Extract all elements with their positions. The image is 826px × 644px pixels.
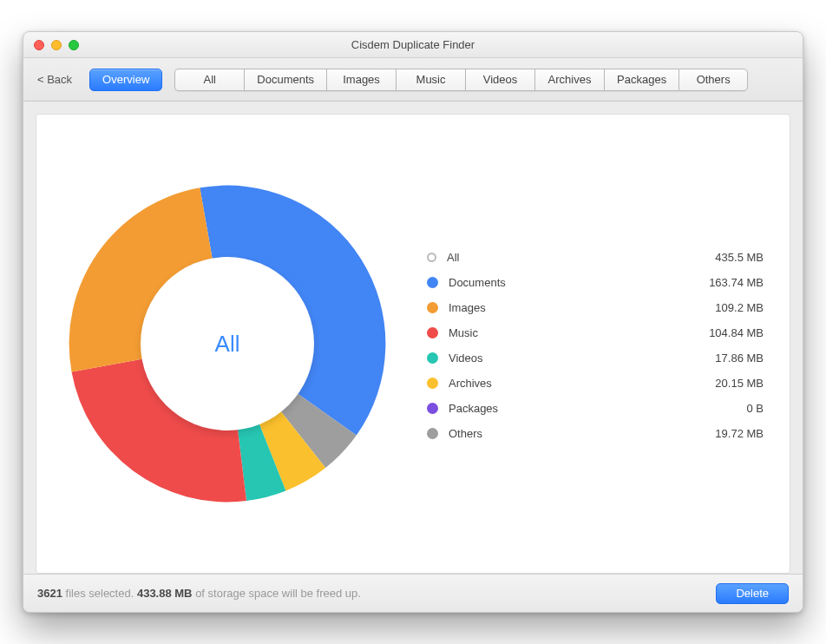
content-area: All All435.5 MBDocuments163.74 MBImages1…	[36, 114, 790, 574]
legend-label: All	[447, 251, 675, 264]
legend-value: 17.86 MB	[685, 352, 764, 365]
delete-button[interactable]: Delete	[716, 583, 789, 604]
legend-value: 0 B	[685, 402, 764, 415]
legend-row[interactable]: Archives20.15 MB	[427, 377, 764, 390]
legend-swatch	[427, 302, 438, 313]
tab-packages[interactable]: Packages	[604, 69, 678, 91]
freed-size: 433.88 MB	[137, 587, 193, 600]
tab-images[interactable]: Images	[326, 69, 396, 91]
titlebar: Cisdem Duplicate Finder	[23, 32, 803, 58]
legend-row[interactable]: Documents163.74 MB	[427, 276, 764, 289]
tab-others[interactable]: Others	[678, 69, 748, 91]
legend-value: 104.84 MB	[685, 326, 764, 339]
legend: All435.5 MBDocuments163.74 MBImages109.2…	[427, 247, 764, 440]
legend-label: Packages	[449, 402, 675, 415]
tab-overview[interactable]: Overview	[89, 69, 162, 91]
legend-row[interactable]: Videos17.86 MB	[427, 352, 764, 365]
legend-swatch	[427, 428, 438, 439]
tab-documents[interactable]: Documents	[244, 69, 326, 91]
legend-swatch	[427, 352, 438, 364]
status-text: 3621 files selected. 433.88 MB of storag…	[37, 587, 361, 600]
legend-value: 19.72 MB	[685, 427, 764, 440]
tab-all[interactable]: All	[174, 69, 244, 91]
category-tabs: All Documents Images Music Videos Archiv…	[174, 69, 748, 91]
legend-swatch	[427, 403, 438, 414]
legend-row[interactable]: Music104.84 MB	[427, 326, 764, 339]
footer: 3621 files selected. 433.88 MB of storag…	[23, 574, 803, 612]
legend-swatch	[427, 277, 438, 288]
window-title: Cisdem Duplicate Finder	[23, 38, 803, 51]
legend-row[interactable]: Packages0 B	[427, 402, 764, 415]
toolbar: < Back Overview All Documents Images Mus…	[23, 58, 803, 102]
legend-label: Documents	[449, 276, 675, 289]
legend-value: 163.74 MB	[685, 276, 764, 289]
legend-label: Videos	[449, 352, 675, 365]
legend-label: Images	[449, 301, 675, 314]
legend-row[interactable]: Others19.72 MB	[427, 427, 764, 440]
legend-value: 435.5 MB	[685, 251, 764, 264]
back-button[interactable]: < Back	[32, 69, 77, 89]
tab-archives[interactable]: Archives	[534, 69, 604, 91]
legend-value: 109.2 MB	[685, 301, 764, 314]
legend-row[interactable]: Images109.2 MB	[427, 301, 764, 314]
files-count: 3621	[37, 587, 62, 600]
legend-value: 20.15 MB	[685, 377, 764, 390]
tab-music[interactable]: Music	[396, 69, 465, 91]
legend-label: Others	[449, 427, 675, 440]
donut-center-label: All	[215, 331, 240, 358]
legend-row[interactable]: All435.5 MB	[427, 251, 764, 264]
donut-chart: All	[62, 179, 392, 509]
legend-swatch	[427, 253, 436, 262]
legend-swatch	[427, 378, 438, 389]
legend-swatch	[427, 327, 438, 338]
legend-label: Music	[449, 326, 675, 339]
tab-videos[interactable]: Videos	[465, 69, 534, 91]
app-window: Cisdem Duplicate Finder < Back Overview …	[23, 31, 803, 613]
legend-label: Archives	[449, 377, 675, 390]
